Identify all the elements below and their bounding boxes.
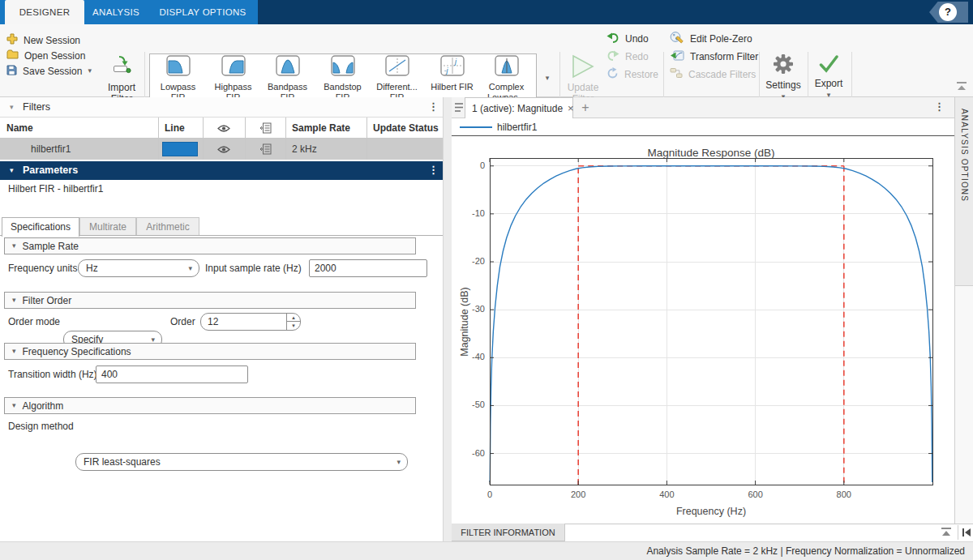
spinner-up-icon[interactable]: ▴ [286,314,300,322]
redo-button[interactable]: Redo [607,49,649,63]
design-method-dropdown[interactable]: FIR least-squares ▾ [75,453,408,471]
status-bar: Analysis Sample Rate = 2 kHz | Frequency… [0,541,973,560]
gallery-item-label: Hilbert FIR [431,82,474,92]
open-folder-icon [6,49,19,62]
transition-width-field-wrap [96,365,248,383]
undo-button[interactable]: Undo [607,32,649,45]
gallery-item-label: Bandstop [324,82,361,92]
frequency-units-dropdown[interactable]: Hz ▾ [78,259,199,277]
input-sample-rate-field-wrap [309,259,427,277]
open-session-button[interactable]: Open Session [6,49,85,62]
column-divider [366,118,367,160]
order-mode-label: Order mode [8,313,60,331]
tab-designer[interactable]: DESIGNER [5,0,84,24]
legend-line-swatch [460,126,492,128]
restore-button[interactable]: Restore [607,67,658,81]
parameters-panel-header[interactable]: ▾ Parameters ⋮ [0,161,443,180]
filter-info-list-icon [259,122,272,136]
filters-menu-icon[interactable]: ⋮ [428,101,439,113]
collapse-triangle-icon: ▾ [12,297,16,304]
edit-pole-zero-label: Edit Pole-Zero [690,33,752,45]
save-session-dropdown-icon[interactable]: ▾ [88,67,92,75]
edit-pole-zero-button[interactable]: × Edit Pole-Zero [670,32,752,45]
x-axis-label: Frequency (Hz) [490,506,932,517]
undo-label: Undo [625,33,649,45]
close-icon[interactable]: × [568,103,574,113]
column-divider [245,118,246,160]
transform-filter-button[interactable]: Transform Filter [670,49,758,63]
algorithm-section-header[interactable]: ▾ Algorithm [4,397,416,414]
analysis-options-strip[interactable]: ANALYSIS OPTIONS [954,97,973,286]
filter-order-section-header[interactable]: ▾ Filter Order [4,292,416,309]
algorithm-section-title: Algorithm [23,400,64,412]
frequency-specs-section-header[interactable]: ▾ Frequency Specifications [4,343,416,360]
x-tick-label: 600 [739,489,772,499]
gallery-item-lowpass-fir[interactable]: Lowpass FIR [151,55,205,104]
new-session-icon [6,33,18,47]
collapse-left-button[interactable] [962,528,971,540]
spinner-down-icon[interactable]: ▾ [286,322,300,330]
cascade-filters-icon [670,67,683,81]
new-session-button[interactable]: New Session [6,33,80,47]
column-divider [203,118,204,160]
magnitude-plot-svg [452,136,954,524]
svg-text:×: × [672,32,675,37]
collapse-ribbon-button[interactable] [955,81,970,92]
input-sample-rate-field[interactable] [309,259,427,277]
figure-tab-magnitude[interactable]: 1 (active): Magnitude × [465,97,573,118]
order-value[interactable]: 12 [201,314,286,330]
gallery-item-differentiator-fir[interactable]: Different... FIR [370,55,424,104]
update-filter-icon [571,53,595,82]
help-button[interactable]: ? [939,3,957,21]
update-filter-label-1: Update [568,82,599,93]
collapse-triangle-icon: ▾ [12,242,16,250]
x-tick-label: 800 [828,489,860,499]
x-tick-label: 400 [650,489,683,499]
figure-tab-label: 1 (active): Magnitude [472,103,563,114]
plot-area: Magnitude Response (dB) Frequency (Hz) M… [452,136,954,524]
open-session-label: Open Session [24,50,85,62]
new-session-label: New Session [24,35,80,46]
tab-specifications[interactable]: Specifications [2,217,79,237]
tab-multirate[interactable]: Multirate [79,217,136,236]
gallery-item-complex-lowpass[interactable]: Complex Lowpas... [479,55,534,104]
transform-filter-icon [670,49,684,64]
y-axis-label: Magnitude (dB) [459,287,470,356]
status-text: Analysis Sample Rate = 2 kHz | Frequency… [646,545,965,557]
parameters-menu-icon[interactable]: ⋮ [428,165,439,176]
collapse-up-icon [941,527,952,537]
panel-splitter[interactable] [443,97,452,541]
visibility-eye-icon[interactable] [217,145,230,156]
transition-width-field[interactable] [96,365,248,383]
x-tick-label: 200 [562,489,594,499]
filter-information-tab[interactable]: FILTER INFORMATION [452,524,565,541]
gallery-item-bandpass-fir[interactable]: Bandpass FIR [260,55,315,104]
col-header-update-status: Update Status [373,118,439,139]
save-session-button[interactable]: Save Session ▾ [6,64,92,78]
col-header-line: Line [165,118,185,139]
line-color-swatch[interactable] [162,142,198,156]
gallery-item-bandstop-fir[interactable]: Bandstop FIR [315,55,370,104]
filter-order-section-title: Filter Order [23,295,72,306]
lowpass-response-icon [166,55,191,79]
gallery-item-hilbert-fir[interactable]: j-j Hilbert FIR [425,55,479,104]
tab-arithmetic[interactable]: Arithmetic [136,217,199,236]
gallery-item-highpass-fir[interactable]: Highpass FIR [206,55,260,104]
cascade-filters-button[interactable]: Cascade Filters [670,67,756,81]
chevron-down-icon: ▾ [396,459,401,466]
filter-info-list-icon[interactable] [259,143,272,157]
complex-lowpass-response-icon [495,55,519,79]
filters-panel-header[interactable]: ▾ Filters ⋮ [0,97,443,118]
figure-list-icon[interactable] [454,102,464,115]
filter-table-row[interactable]: hilbertfir1 2 kHz [0,139,443,160]
tab-analysis[interactable]: ANALYSIS [84,0,148,24]
bandstop-response-icon [331,55,355,79]
collapse-panel-button[interactable] [941,527,952,540]
analysis-options-label: ANALYSIS OPTIONS [960,109,969,285]
gallery-expand-button[interactable]: ▾ [540,71,555,86]
new-figure-button[interactable]: + [579,100,592,116]
y-tick-label: -30 [452,304,485,314]
tab-display-options[interactable]: DISPLAY OPTIONS [148,0,258,24]
sample-rate-section-header[interactable]: ▾ Sample Rate [4,237,416,254]
figure-menu-icon[interactable]: ⋮ [934,101,945,113]
